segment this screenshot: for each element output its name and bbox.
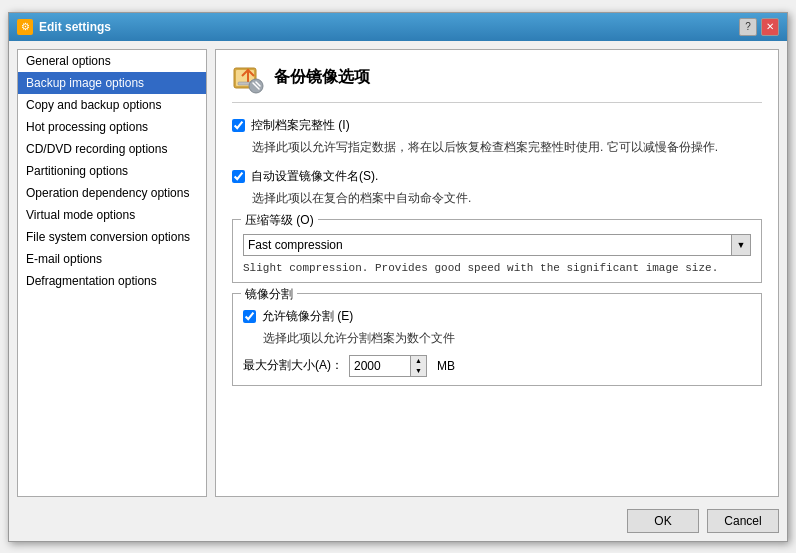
compression-group-title: 压缩等级 (O) — [241, 212, 318, 229]
sidebar: General options Backup image options Cop… — [17, 49, 207, 497]
compression-combo-wrapper: No compression Fast compression Normal c… — [243, 234, 751, 256]
sidebar-item-virtual-mode[interactable]: Virtual mode options — [18, 204, 206, 226]
panel-title: 备份镜像选项 — [274, 67, 370, 88]
window-title: Edit settings — [39, 20, 111, 34]
auto-naming-desc: 选择此项以在复合的档案中自动命令文件. — [252, 189, 762, 207]
sidebar-item-defragmentation[interactable]: Defragmentation options — [18, 270, 206, 292]
integrity-check-section: 控制档案完整性 (I) 选择此项以允许写指定数据，将在以后恢复检查档案完整性时使… — [232, 117, 762, 156]
spin-up-button[interactable]: ▲ — [411, 356, 426, 366]
main-window: ⚙ Edit settings ? ✕ General options Back… — [8, 12, 788, 542]
content-panel: 备份镜像选项 控制档案完整性 (I) 选择此项以允许写指定数据，将在以后恢复检查… — [215, 49, 779, 497]
auto-naming-checkbox[interactable] — [232, 170, 245, 183]
compression-content: No compression Fast compression Normal c… — [243, 228, 751, 274]
auto-naming-section: 自动设置镜像文件名(S). 选择此项以在复合的档案中自动命令文件. — [232, 168, 762, 207]
auto-naming-label[interactable]: 自动设置镜像文件名(S). — [251, 168, 378, 185]
cancel-button[interactable]: Cancel — [707, 509, 779, 533]
image-split-group-title: 镜像分割 — [241, 286, 297, 303]
help-button[interactable]: ? — [739, 18, 757, 36]
main-content: General options Backup image options Cop… — [17, 49, 779, 497]
window-icon: ⚙ — [17, 19, 33, 35]
sidebar-item-hot-processing[interactable]: Hot processing options — [18, 116, 206, 138]
sidebar-item-cd-dvd[interactable]: CD/DVD recording options — [18, 138, 206, 160]
compression-hint: Slight compression. Provides good speed … — [243, 262, 751, 274]
sidebar-item-file-system-conversion[interactable]: File system conversion options — [18, 226, 206, 248]
panel-header-icon — [232, 62, 264, 94]
close-button[interactable]: ✕ — [761, 18, 779, 36]
integrity-check-label[interactable]: 控制档案完整性 (I) — [251, 117, 350, 134]
sidebar-item-backup-image[interactable]: Backup image options — [18, 72, 206, 94]
max-size-input-wrapper: ▲ ▼ — [349, 355, 427, 377]
size-unit-label: MB — [437, 359, 455, 373]
max-size-row: 最大分割大小(A)： ▲ ▼ MB — [243, 355, 751, 377]
title-bar: ⚙ Edit settings ? ✕ — [9, 13, 787, 41]
sidebar-item-general[interactable]: General options — [18, 50, 206, 72]
allow-split-checkbox[interactable] — [243, 310, 256, 323]
window-body: General options Backup image options Cop… — [9, 41, 787, 541]
panel-header: 备份镜像选项 — [232, 62, 762, 103]
compression-group: 压缩等级 (O) No compression Fast compression… — [232, 219, 762, 283]
compression-select[interactable]: No compression Fast compression Normal c… — [243, 234, 751, 256]
footer: OK Cancel — [17, 505, 779, 533]
image-split-content: 允许镜像分割 (E) 选择此项以允许分割档案为数个文件 最大分割大小(A)： ▲… — [243, 302, 751, 377]
allow-split-label[interactable]: 允许镜像分割 (E) — [262, 308, 353, 325]
integrity-check-desc: 选择此项以允许写指定数据，将在以后恢复检查档案完整性时使用. 它可以减慢备份操作… — [252, 138, 762, 156]
compression-combo-row: No compression Fast compression Normal c… — [243, 234, 751, 256]
auto-naming-row: 自动设置镜像文件名(S). — [232, 168, 762, 185]
ok-button[interactable]: OK — [627, 509, 699, 533]
max-size-input[interactable] — [350, 356, 410, 376]
spin-down-button[interactable]: ▼ — [411, 366, 426, 376]
image-split-group: 镜像分割 允许镜像分割 (E) 选择此项以允许分割档案为数个文件 最大分割大小(… — [232, 293, 762, 386]
title-bar-left: ⚙ Edit settings — [17, 19, 111, 35]
sidebar-item-partitioning[interactable]: Partitioning options — [18, 160, 206, 182]
size-spinner: ▲ ▼ — [410, 356, 426, 376]
integrity-check-row: 控制档案完整性 (I) — [232, 117, 762, 134]
allow-split-row: 允许镜像分割 (E) — [243, 308, 751, 325]
allow-split-desc: 选择此项以允许分割档案为数个文件 — [263, 329, 751, 347]
title-bar-controls: ? ✕ — [739, 18, 779, 36]
sidebar-item-email[interactable]: E-mail options — [18, 248, 206, 270]
sidebar-item-copy-backup[interactable]: Copy and backup options — [18, 94, 206, 116]
sidebar-item-operation-dependency[interactable]: Operation dependency options — [18, 182, 206, 204]
integrity-check-checkbox[interactable] — [232, 119, 245, 132]
max-size-label: 最大分割大小(A)： — [243, 357, 343, 374]
